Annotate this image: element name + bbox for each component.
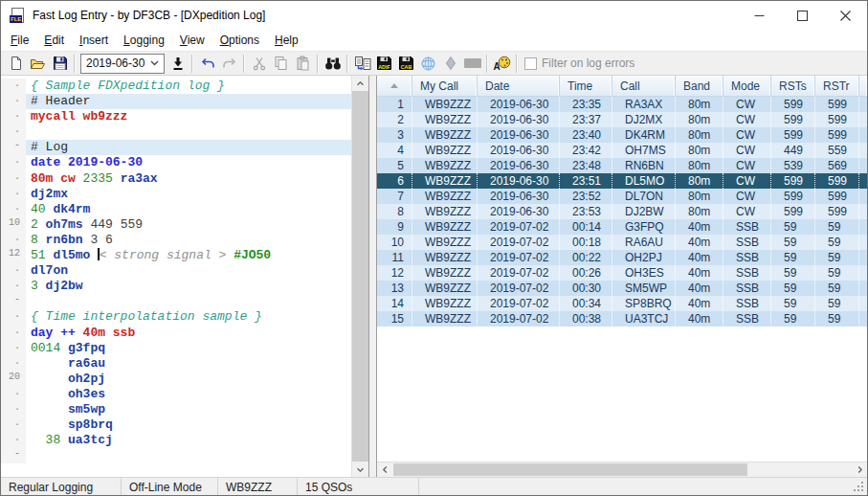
editor-line[interactable]: .3 dj2bw: [1, 279, 351, 294]
table-header-call[interactable]: Call: [612, 76, 676, 96]
table-header-my-call[interactable]: My Call: [412, 76, 478, 96]
editor-gutter: .: [1, 187, 26, 202]
table-row[interactable]: 10WB9ZZZ2019-07-0200:18RA6AU40mSSB5959: [377, 235, 867, 250]
table-header-mode[interactable]: Mode: [723, 76, 771, 96]
table-cell: 00:26: [560, 265, 612, 281]
table-cell: 40m: [676, 235, 723, 250]
editor-line[interactable]: . oh3es: [1, 387, 351, 402]
copy-log-list-button[interactable]: [351, 53, 373, 74]
table-row[interactable]: 5WB9ZZZ2019-06-3023:48RN6BN80mCW539569: [377, 158, 867, 173]
toolbar: 2019-06-30 ADIF: [1, 51, 867, 76]
menu-item-logging[interactable]: Logging: [116, 31, 172, 50]
editor-line[interactable]: . ra6au: [1, 356, 351, 372]
editor-line[interactable]: .: [1, 124, 351, 140]
save-adif-button[interactable]: ADIF: [373, 53, 395, 74]
cut-button[interactable]: [248, 53, 270, 74]
menu-item-insert[interactable]: Insert: [72, 31, 116, 50]
log-editor[interactable]: .{ Sample FDXpedition log }.# Header.myc…: [1, 76, 351, 477]
table-header-rstr[interactable]: RSTr: [815, 76, 859, 96]
table-row[interactable]: 2WB9ZZZ2019-06-3023:37DJ2MX80mCW599599: [377, 112, 867, 127]
editor-line[interactable]: . sp8brq: [1, 417, 351, 433]
editor-line[interactable]: 102 oh7ms 449 559: [1, 217, 351, 233]
editor-line[interactable]: 20 oh2pj: [1, 372, 351, 387]
menu-item-file[interactable]: File: [3, 31, 36, 50]
maximize-button[interactable]: [781, 1, 824, 30]
save-cabrillo-button[interactable]: CAB: [395, 53, 417, 74]
placeholder-button[interactable]: [461, 53, 483, 74]
table-header-date[interactable]: Date: [478, 76, 560, 96]
editor-token: 8: [31, 233, 46, 247]
scroll-left-button[interactable]: [377, 462, 392, 477]
scrollbar-thumb[interactable]: [352, 91, 368, 462]
table-row[interactable]: 12WB9ZZZ2019-07-0200:26OH3ES40mSSB5959: [377, 265, 867, 281]
menu-item-edit[interactable]: Edit: [36, 31, 72, 50]
editor-line[interactable]: -: [1, 294, 351, 309]
editor-line[interactable]: .date 2019-06-30: [1, 155, 351, 170]
table-row[interactable]: 15WB9ZZZ2019-07-0200:38UA3TCJ40mSSB5959: [377, 311, 867, 327]
table-cell: 599: [771, 127, 815, 143]
paste-button[interactable]: [292, 53, 314, 74]
editor-line[interactable]: 1251 dl5mo < strong signal > #JO50: [1, 248, 351, 263]
editor-line[interactable]: .day ++ 40m ssb: [1, 326, 351, 341]
editor-line[interactable]: . 38 ua3tcj: [1, 433, 351, 448]
undo-button[interactable]: [196, 53, 218, 74]
editor-line[interactable]: .dl7on: [1, 263, 351, 279]
table-row[interactable]: 9WB9ZZZ2019-07-0200:14G3FPQ40mSSB5959: [377, 219, 867, 235]
editor-line[interactable]: -: [1, 448, 351, 463]
minimize-button[interactable]: [738, 1, 781, 30]
table-row[interactable]: 7WB9ZZZ2019-06-3023:52DL7ON80mCW599599: [377, 189, 867, 204]
app-icon: FLE: [10, 8, 25, 23]
new-file-button[interactable]: [5, 53, 27, 74]
editor-line[interactable]: .mycall wb9zzz: [1, 109, 351, 124]
copy-button[interactable]: [270, 53, 292, 74]
editor-line[interactable]: .80m cw 2335 ra3ax: [1, 171, 351, 187]
table-row[interactable]: 14WB9ZZZ2019-07-0200:34SP8BRQ40mSSB5959: [377, 296, 867, 311]
scroll-right-button[interactable]: [852, 462, 867, 477]
checkbox-box[interactable]: [524, 57, 537, 70]
editor-line[interactable]: .40 dk4rm: [1, 202, 351, 217]
editor-line[interactable]: .# Header: [1, 94, 351, 109]
editor-line[interactable]: .dj2mx: [1, 187, 351, 202]
filter-on-log-errors-checkbox[interactable]: Filter on log errors: [524, 56, 634, 70]
editor-vertical-scrollbar[interactable]: [351, 76, 368, 477]
globe-button[interactable]: [417, 53, 439, 74]
table-row[interactable]: 1WB9ZZZ2019-06-3023:35RA3AX80mCW599599: [377, 97, 867, 112]
table-row[interactable]: 11WB9ZZZ2019-07-0200:22OH2PJ40mSSB5959: [377, 250, 867, 265]
redo-button[interactable]: [218, 53, 240, 74]
insert-date-button[interactable]: [167, 53, 189, 74]
table-horizontal-scrollbar[interactable]: [377, 462, 867, 477]
menu-item-view[interactable]: View: [172, 31, 212, 50]
font-colors-button[interactable]: A: [491, 53, 513, 74]
editor-line[interactable]: . sm5wp: [1, 402, 351, 417]
table-header-rsts[interactable]: RSTs: [771, 76, 815, 96]
close-button[interactable]: [824, 1, 867, 30]
scrollbar-track[interactable]: [392, 462, 852, 477]
scroll-down-button[interactable]: [352, 462, 368, 477]
panel-splitter[interactable]: [368, 76, 377, 477]
table-header-rownum[interactable]: [377, 76, 412, 96]
find-button[interactable]: [322, 53, 344, 74]
editor-line[interactable]: .{ Sample FDXpedition log }: [1, 79, 351, 94]
table-row[interactable]: 13WB9ZZZ2019-07-0200:30SM5WP40mSSB5959: [377, 281, 867, 296]
menu-item-options[interactable]: Options: [212, 31, 267, 50]
table-row[interactable]: 6WB9ZZZ2019-06-3023:51DL5MO80mCW599599: [377, 173, 867, 189]
table-header-band[interactable]: Band: [676, 76, 723, 96]
table-row[interactable]: 8WB9ZZZ2019-06-3023:53DJ2BW80mCW599599: [377, 204, 867, 219]
editor-line[interactable]: -# Log: [1, 140, 351, 155]
open-file-button[interactable]: [27, 53, 49, 74]
editor-line[interactable]: .{ Time interpolatation sample }: [1, 309, 351, 325]
editor-line[interactable]: .0014 g3fpq: [1, 341, 351, 356]
date-combobox[interactable]: 2019-06-30: [80, 54, 165, 74]
scroll-up-button[interactable]: [352, 76, 368, 91]
table-row[interactable]: 3WB9ZZZ2019-06-3023:40DK4RM80mCW599599: [377, 127, 867, 143]
resize-grip[interactable]: [854, 482, 856, 484]
save-file-button[interactable]: [49, 53, 71, 74]
scrollbar-thumb[interactable]: [393, 463, 747, 476]
diamond-button[interactable]: [439, 53, 461, 74]
table-header-time[interactable]: Time: [560, 76, 612, 96]
table-row[interactable]: 4WB9ZZZ2019-06-3023:42OH7MS80mCW449559: [377, 143, 867, 158]
editor-line[interactable]: .8 rn6bn 3 6: [1, 233, 351, 248]
filter-label[interactable]: Filter on log errors: [542, 56, 634, 70]
menu-item-help[interactable]: Help: [267, 31, 306, 50]
table-cell: RN6BN: [612, 158, 676, 173]
